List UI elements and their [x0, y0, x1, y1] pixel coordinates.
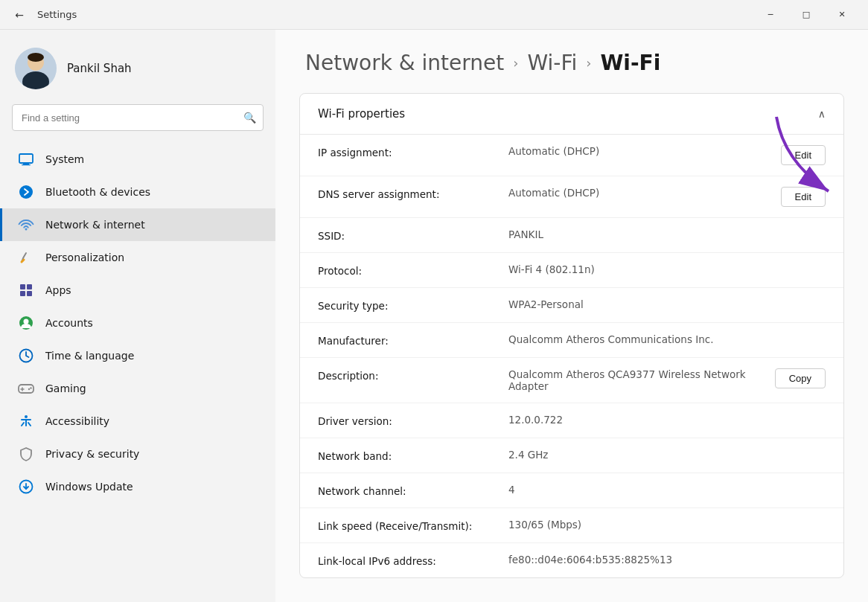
prop-label: Link speed (Receive/Transmit): — [318, 519, 497, 532]
table-row: Driver version: 12.0.0.722 — [300, 403, 843, 438]
sidebar: Pankil Shah 🔍 System — [0, 30, 275, 602]
sidebar-item-personalization-label: Personalization — [45, 252, 124, 263]
sidebar-item-network[interactable]: Network & internet — [0, 208, 275, 241]
system-icon — [17, 150, 35, 168]
sidebar-item-time[interactable]: Time & language — [0, 339, 275, 372]
svg-rect-9 — [20, 284, 25, 289]
prop-value: 12.0.0.722 — [508, 414, 826, 426]
titlebar: ← Settings ─ □ ✕ — [0, 0, 868, 30]
section-chevron-icon[interactable]: ∧ — [818, 108, 826, 120]
ip-edit-button[interactable]: Edit — [781, 145, 826, 165]
app-title: Settings — [37, 9, 77, 20]
wifi-properties-section: Wi-Fi properties ∧ IP assignment: Automa… — [299, 93, 844, 578]
sidebar-item-accounts-label: Accounts — [45, 317, 93, 329]
sidebar-item-time-label: Time & language — [45, 350, 134, 362]
sidebar-item-system[interactable]: System — [0, 143, 275, 176]
sidebar-item-personalization[interactable]: Personalization — [0, 241, 275, 274]
search-box: 🔍 — [12, 104, 264, 131]
breadcrumb-sep1: › — [513, 55, 518, 71]
sidebar-item-update[interactable]: Windows Update — [0, 470, 275, 503]
svg-point-8 — [25, 228, 28, 231]
prop-label: IP assignment: — [318, 145, 497, 158]
table-row: SSID: PANKIL — [300, 218, 843, 253]
sidebar-item-privacy[interactable]: Privacy & security — [0, 438, 275, 470]
search-input[interactable] — [12, 104, 264, 131]
svg-point-18 — [30, 387, 31, 388]
breadcrumb: Network & internet › Wi-Fi › Wi-Fi — [275, 30, 868, 93]
svg-rect-12 — [27, 291, 32, 296]
sidebar-item-apps-label: Apps — [45, 284, 71, 296]
section-header: Wi-Fi properties ∧ — [300, 94, 843, 135]
titlebar-left: ← Settings — [9, 4, 77, 25]
copy-action: Copy — [775, 368, 826, 388]
prop-label: Network band: — [318, 449, 497, 462]
dns-edit-button[interactable]: Edit — [781, 187, 826, 207]
personalize-icon — [17, 249, 35, 266]
prop-label: Protocol: — [318, 263, 497, 277]
svg-point-17 — [28, 388, 30, 390]
breadcrumb-part2: Wi-Fi — [527, 51, 577, 75]
prop-label: SSID: — [318, 228, 497, 242]
sidebar-item-update-label: Windows Update — [45, 481, 133, 493]
avatar — [15, 48, 57, 89]
table-row: Network channel: 4 — [300, 473, 843, 508]
content-area: Network & internet › Wi-Fi › Wi-Fi Wi-Fi… — [275, 30, 868, 602]
accessibility-icon — [17, 412, 35, 430]
sidebar-item-accessibility[interactable]: Accessibility — [0, 405, 275, 438]
prop-value: 4 — [508, 484, 826, 496]
sidebar-item-apps[interactable]: Apps — [0, 274, 275, 307]
time-icon — [17, 347, 35, 365]
sidebar-item-gaming[interactable]: Gaming — [0, 372, 275, 405]
gaming-icon — [17, 380, 35, 397]
close-button[interactable]: ✕ — [825, 3, 859, 27]
svg-point-3 — [28, 53, 44, 62]
table-row: Link speed (Receive/Transmit): 130/65 (M… — [300, 508, 843, 543]
prop-label: Driver version: — [318, 414, 497, 427]
svg-rect-11 — [20, 291, 25, 296]
maximize-button[interactable]: □ — [789, 3, 823, 27]
prop-label: Network channel: — [318, 484, 497, 497]
copy-button[interactable]: Copy — [775, 368, 826, 388]
section-title: Wi-Fi properties — [318, 107, 405, 121]
prop-value: Automatic (DHCP) — [508, 187, 769, 199]
accounts-icon — [17, 314, 35, 332]
prop-value: PANKIL — [508, 228, 826, 240]
prop-value: Qualcomm Atheros QCA9377 Wireless Networ… — [508, 368, 763, 392]
prop-value: 2.4 GHz — [508, 449, 826, 461]
sidebar-item-gaming-label: Gaming — [45, 382, 86, 394]
prop-label: Security type: — [318, 298, 497, 312]
breadcrumb-part1: Network & internet — [305, 51, 504, 75]
prop-value: Wi-Fi 4 (802.11n) — [508, 263, 826, 275]
prop-label: DNS server assignment: — [318, 187, 497, 200]
sidebar-nav: System Bluetooth & devices — [0, 143, 275, 503]
breadcrumb-current: Wi-Fi — [600, 51, 660, 75]
prop-label: Link-local IPv6 address: — [318, 554, 497, 567]
update-icon — [17, 478, 35, 496]
sidebar-item-accounts[interactable]: Accounts — [0, 307, 275, 339]
table-row: Network band: 2.4 GHz — [300, 438, 843, 473]
sidebar-item-network-label: Network & internet — [45, 219, 145, 231]
back-button[interactable]: ← — [9, 4, 30, 25]
prop-label: Manufacturer: — [318, 333, 497, 347]
dns-edit-action: Edit — [781, 187, 826, 207]
table-row: Security type: WPA2-Personal — [300, 288, 843, 323]
prop-value: 130/65 (Mbps) — [508, 519, 826, 531]
prop-value: WPA2-Personal — [508, 298, 826, 310]
network-icon — [17, 216, 35, 234]
ip-edit-action: Edit — [781, 145, 826, 165]
table-row: DNS server assignment: Automatic (DHCP) … — [300, 176, 843, 218]
sidebar-item-bluetooth-label: Bluetooth & devices — [45, 186, 150, 198]
svg-rect-6 — [22, 164, 31, 165]
svg-point-7 — [19, 185, 33, 199]
minimize-button[interactable]: ─ — [753, 3, 788, 27]
svg-rect-4 — [19, 154, 33, 163]
app-body: Pankil Shah 🔍 System — [0, 30, 868, 602]
search-icon: 🔍 — [243, 112, 256, 124]
prop-value: fe80::d04e:6064:b535:8825%13 — [508, 554, 826, 566]
sidebar-item-bluetooth[interactable]: Bluetooth & devices — [0, 176, 275, 208]
window-controls: ─ □ ✕ — [753, 3, 859, 27]
table-row: Manufacturer: Qualcomm Atheros Communica… — [300, 323, 843, 358]
prop-label: Description: — [318, 368, 497, 382]
prop-value: Automatic (DHCP) — [508, 145, 769, 157]
sidebar-item-system-label: System — [45, 153, 84, 165]
